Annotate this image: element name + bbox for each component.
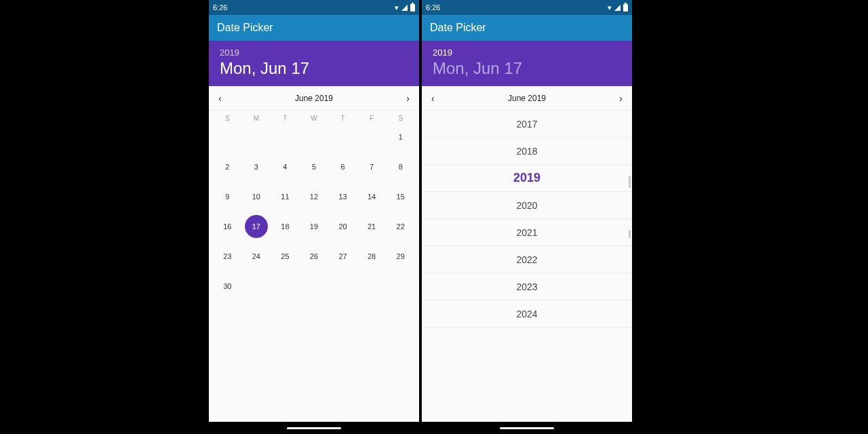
- calendar-day[interactable]: 14: [357, 182, 387, 212]
- calendar-day[interactable]: 15: [386, 182, 415, 212]
- phone-calendar-mode: 6:26 ▾ Date Picker 2019 Mon, Jun 17 ‹ Ju…: [209, 0, 419, 434]
- calendar-day[interactable]: 8: [386, 152, 415, 182]
- android-nav-bar: [209, 422, 419, 434]
- next-month-button[interactable]: ›: [616, 91, 625, 106]
- app-bar: Date Picker: [209, 15, 419, 41]
- calendar-empty-cell: [300, 122, 329, 152]
- calendar-day[interactable]: 9: [213, 182, 242, 212]
- day-of-week-row: SMTWTFS: [209, 111, 419, 122]
- dow-label: T: [328, 115, 357, 122]
- calendar-day[interactable]: 28: [357, 241, 387, 271]
- year-option[interactable]: 2019: [422, 165, 632, 192]
- signal-icon: [614, 5, 620, 11]
- dow-label: F: [357, 115, 387, 122]
- status-icons: ▾: [395, 3, 415, 12]
- calendar-day[interactable]: 26: [300, 241, 329, 271]
- nav-pill: [500, 427, 554, 429]
- android-nav-bar: [422, 422, 632, 434]
- year-option[interactable]: 2022: [422, 246, 632, 273]
- year-option[interactable]: 2024: [422, 300, 632, 328]
- calendar-day[interactable]: 17: [242, 212, 271, 241]
- calendar-day[interactable]: 1: [386, 122, 415, 152]
- month-label: June 2019: [295, 94, 333, 103]
- calendar-empty-cell: [242, 122, 271, 152]
- calendar-day[interactable]: 16: [213, 212, 242, 241]
- calendar-day[interactable]: 6: [328, 152, 357, 182]
- battery-icon: [410, 4, 415, 12]
- dow-label: M: [242, 115, 271, 122]
- calendar-day[interactable]: 13: [328, 182, 357, 212]
- app-bar: Date Picker: [422, 15, 632, 41]
- calendar-day[interactable]: 10: [242, 182, 271, 212]
- header-year[interactable]: 2019: [220, 47, 408, 58]
- calendar-day[interactable]: 22: [386, 212, 415, 241]
- calendar-empty-cell: [271, 122, 300, 152]
- calendar-day[interactable]: 20: [328, 212, 357, 241]
- prev-month-button[interactable]: ‹: [216, 91, 224, 106]
- year-option[interactable]: 2017: [422, 111, 632, 138]
- dow-label: T: [271, 115, 300, 122]
- app-title: Date Picker: [430, 22, 486, 34]
- calendar-day[interactable]: 21: [357, 212, 387, 241]
- dow-label: S: [213, 115, 242, 122]
- battery-icon: [623, 4, 628, 12]
- date-header: 2019 Mon, Jun 17: [209, 41, 419, 86]
- status-bar: 6:26 ▾: [209, 0, 419, 15]
- calendar-day[interactable]: 3: [242, 152, 271, 182]
- dow-label: W: [300, 115, 329, 122]
- year-option[interactable]: 2020: [422, 192, 632, 219]
- year-option[interactable]: 2018: [422, 138, 632, 165]
- calendar-empty-cell: [213, 122, 242, 152]
- phone-year-mode: 6:26 ▾ Date Picker 2019 Mon, Jun 17 ‹ Ju…: [422, 0, 632, 434]
- status-time: 6:26: [213, 3, 227, 12]
- next-month-button[interactable]: ›: [403, 91, 412, 106]
- date-header: 2019 Mon, Jun 17: [422, 41, 632, 86]
- calendar-day[interactable]: 25: [271, 241, 300, 271]
- signal-icon: [401, 5, 408, 11]
- header-date[interactable]: Mon, Jun 17: [433, 59, 621, 78]
- calendar-grid: 1234567891011121314151617181920212223242…: [209, 122, 419, 301]
- header-date[interactable]: Mon, Jun 17: [220, 59, 408, 78]
- nav-pill: [287, 427, 341, 429]
- calendar-day[interactable]: 7: [357, 152, 387, 182]
- calendar-day[interactable]: 30: [213, 271, 242, 301]
- calendar-day[interactable]: 2: [213, 152, 242, 182]
- calendar-empty-cell: [357, 122, 387, 152]
- year-option[interactable]: 2021: [422, 219, 632, 246]
- prev-month-button[interactable]: ‹: [429, 91, 437, 106]
- scroll-indicator: [629, 176, 631, 188]
- year-list[interactable]: 20172018201920202021202220232024: [422, 111, 632, 422]
- calendar-day[interactable]: 5: [300, 152, 329, 182]
- month-nav: ‹ June 2019 ›: [209, 86, 419, 111]
- calendar-empty-cell: [328, 122, 357, 152]
- calendar-day[interactable]: 18: [271, 212, 300, 241]
- calendar-day[interactable]: 27: [328, 241, 357, 271]
- header-year[interactable]: 2019: [433, 47, 621, 58]
- month-label: June 2019: [508, 94, 546, 103]
- status-bar: 6:26 ▾: [422, 0, 632, 15]
- status-icons: ▾: [608, 3, 628, 12]
- month-nav: ‹ June 2019 ›: [422, 86, 632, 111]
- calendar-day[interactable]: 19: [300, 212, 329, 241]
- year-option[interactable]: 2023: [422, 273, 632, 300]
- calendar-day[interactable]: 23: [213, 241, 242, 271]
- calendar-day[interactable]: 4: [271, 152, 300, 182]
- dow-label: S: [386, 115, 415, 122]
- app-title: Date Picker: [217, 22, 273, 34]
- calendar-day[interactable]: 29: [386, 241, 415, 271]
- scroll-indicator: [629, 230, 631, 238]
- wifi-icon: ▾: [608, 3, 612, 12]
- calendar-day[interactable]: 12: [300, 182, 329, 212]
- status-time: 6:26: [426, 3, 440, 12]
- calendar-day[interactable]: 24: [242, 241, 271, 271]
- calendar-day[interactable]: 11: [271, 182, 300, 212]
- wifi-icon: ▾: [395, 3, 399, 12]
